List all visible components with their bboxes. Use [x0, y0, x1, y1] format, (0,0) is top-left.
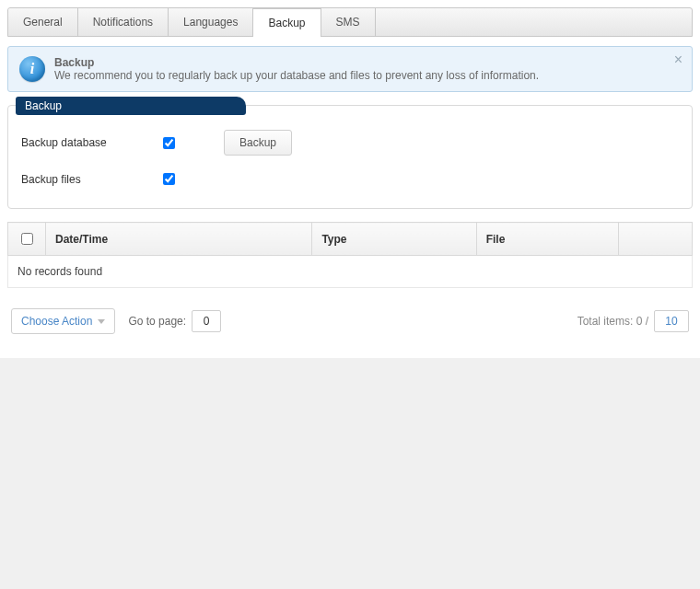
backup-panel: Backup Backup database Backup Backup fil… [7, 105, 693, 209]
tab-general[interactable]: General [8, 8, 78, 36]
total-items-label: Total items: 0 / [578, 315, 648, 328]
select-all-checkbox[interactable] [21, 233, 33, 245]
tab-sms[interactable]: SMS [321, 8, 376, 36]
col-actions [619, 223, 693, 256]
backup-button[interactable]: Backup [224, 130, 292, 156]
panel-title: Backup [16, 97, 246, 115]
tabs-bar: General Notifications Languages Backup S… [7, 7, 693, 37]
col-datetime[interactable]: Date/Time [46, 223, 312, 256]
per-page-box[interactable]: 10 [654, 310, 689, 332]
backup-files-label: Backup files [21, 173, 159, 186]
goto-page-input[interactable] [192, 310, 221, 332]
close-icon[interactable]: × [674, 52, 682, 67]
tab-notifications[interactable]: Notifications [78, 8, 169, 36]
tab-backup[interactable]: Backup [253, 8, 321, 37]
chevron-down-icon [98, 319, 105, 324]
choose-action-label: Choose Action [21, 315, 92, 328]
backup-database-label: Backup database [21, 136, 159, 149]
backup-files-checkbox[interactable] [163, 173, 175, 185]
table-footer: Choose Action Go to page: Total items: 0… [7, 301, 693, 349]
tab-languages[interactable]: Languages [169, 8, 253, 36]
backups-table: Date/Time Type File No records found [7, 222, 693, 288]
info-icon: i [19, 56, 45, 82]
info-banner-title: Backup [54, 56, 539, 69]
backup-database-checkbox[interactable] [163, 137, 175, 149]
info-banner: i Backup We recommend you to regularly b… [7, 46, 693, 92]
info-banner-body: We recommend you to regularly back up yo… [54, 69, 539, 82]
choose-action-button[interactable]: Choose Action [11, 308, 115, 334]
col-file[interactable]: File [476, 223, 618, 256]
col-type[interactable]: Type [312, 223, 476, 256]
table-empty-text: No records found [8, 256, 693, 288]
goto-page-label: Go to page: [128, 315, 186, 328]
